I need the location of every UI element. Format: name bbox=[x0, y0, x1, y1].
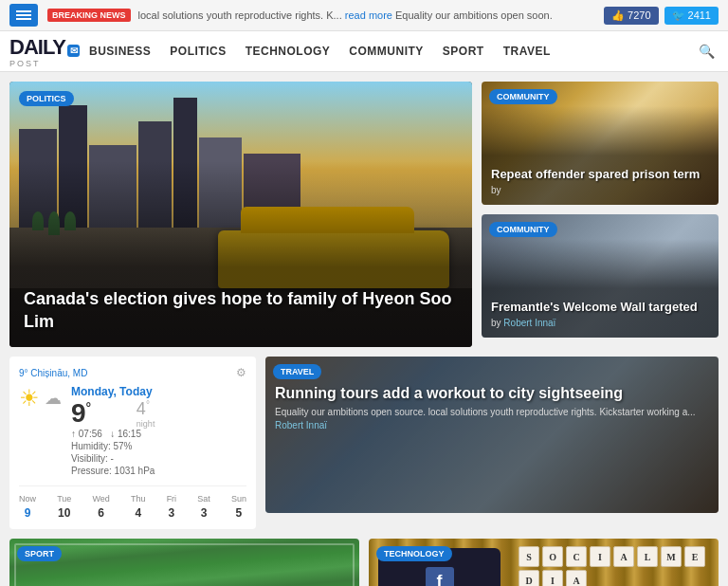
nav-links: BUSINESS POLITICS TECHNOLOGY COMMUNITY S… bbox=[80, 31, 695, 71]
content: POLITICS Canada's election gives hope to… bbox=[0, 72, 728, 586]
weather-location: 9° Chișinău, MD bbox=[19, 368, 87, 378]
forecast-fri: Fri 3 bbox=[167, 494, 177, 520]
thumb-grid: SPORT f S O C I A L M E D I bbox=[9, 539, 719, 586]
weather-main-row: ☀ ☁ Monday, Today 9° 4° night bbox=[19, 385, 246, 478]
social-buttons: 👍 7270 🐦 2411 bbox=[604, 7, 719, 25]
featured-title: Canada's election gives hope to family o… bbox=[24, 288, 458, 333]
settings-icon[interactable]: ⚙ bbox=[236, 366, 246, 379]
weather-forecast: Now 9 Tue 10 Wed 6 Thu 4 Fri 3 bbox=[19, 485, 246, 520]
bottom-grid: 9° Chișinău, MD ⚙ ☀ ☁ Monday, Today 9° bbox=[9, 357, 719, 529]
right-column: COMMUNITY Repeat offender spared prison … bbox=[482, 82, 719, 347]
read-more-link[interactable]: read more bbox=[345, 9, 392, 21]
search-button[interactable]: 🔍 bbox=[695, 40, 719, 63]
travel-card[interactable]: TRAVEL Running tours add a workout to ci… bbox=[265, 357, 719, 513]
facebook-logo: f bbox=[426, 567, 454, 586]
top-bar: BREAKING NEWS local solutions youth repr… bbox=[0, 0, 728, 31]
weather-temps: Monday, Today 9° 4° night ↑ 07:56 ↓ 16:1… bbox=[71, 385, 155, 478]
ticker-text: local solutions youth reproductive right… bbox=[138, 9, 595, 21]
featured-card[interactable]: POLITICS Canada's election gives hope to… bbox=[9, 82, 472, 347]
logo-text: DAILY✉ bbox=[9, 35, 80, 60]
weather-details: ↑ 07:56 ↓ 16:15 Humidity: 57% Visibility… bbox=[71, 429, 155, 476]
small-card-2-author-link[interactable]: Robert Innaï bbox=[503, 318, 555, 328]
small-card-2[interactable]: COMMUNITY Fremantle's Welcome Wall targe… bbox=[482, 214, 719, 338]
forecast-wed: Wed 6 bbox=[92, 494, 109, 520]
nav-item-politics[interactable]: POLITICS bbox=[160, 31, 235, 71]
sun-icon: ☀ bbox=[19, 385, 40, 412]
weather-temp-night: 4° night bbox=[136, 399, 155, 429]
twitter-icon: 🐦 bbox=[672, 9, 685, 22]
forecast-tue: Tue 10 bbox=[57, 494, 71, 520]
small-card-2-title: Fremantle's Welcome Wall targeted bbox=[491, 300, 709, 316]
travel-title: Running tours add a workout to city sigh… bbox=[275, 385, 709, 402]
weather-icons: ☀ ☁ bbox=[19, 385, 62, 412]
hamburger-button[interactable] bbox=[9, 4, 38, 27]
small-card-1-author: by bbox=[491, 185, 709, 195]
featured-text: Canada's election gives hope to family o… bbox=[24, 288, 458, 333]
travel-overlay bbox=[265, 357, 719, 513]
twitter-button[interactable]: 🐦 2411 bbox=[664, 7, 719, 25]
nav-bar: DAILY✉ POST BUSINESS POLITICS TECHNOLOGY… bbox=[0, 31, 728, 71]
travel-description: Equality our ambitions open source. loca… bbox=[275, 406, 709, 432]
weather-day: Monday, Today bbox=[71, 385, 155, 398]
weather-header: 9° Chișinău, MD ⚙ bbox=[19, 366, 246, 379]
weather-widget: 9° Chișinău, MD ⚙ ☀ ☁ Monday, Today 9° bbox=[9, 357, 256, 529]
travel-category-badge: TRAVEL bbox=[273, 364, 321, 379]
small-card-1-title: Repeat offender spared prison term bbox=[491, 167, 709, 183]
travel-author-link[interactable]: Robert Innaï bbox=[275, 420, 327, 430]
thumbs-up-icon: 👍 bbox=[611, 9, 625, 22]
small-card-1-badge: COMMUNITY bbox=[489, 89, 557, 104]
sport-visual bbox=[9, 539, 359, 586]
nav-item-community[interactable]: COMMUNITY bbox=[339, 31, 433, 71]
small-card-2-author: by Robert Innaï bbox=[491, 318, 709, 328]
cloud-icon: ☁ bbox=[45, 388, 62, 409]
forecast-sat: Sat 3 bbox=[197, 494, 210, 520]
sport-category-badge: SPORT bbox=[17, 546, 62, 561]
header: BREAKING NEWS local solutions youth repr… bbox=[0, 0, 728, 72]
featured-category-badge: POLITICS bbox=[19, 91, 74, 106]
small-card-2-text: Fremantle's Welcome Wall targeted by Rob… bbox=[491, 300, 709, 328]
logo: DAILY✉ POST bbox=[9, 35, 80, 68]
facebook-button[interactable]: 👍 7270 bbox=[604, 7, 658, 25]
tech-category-badge: TECHNOLOGY bbox=[376, 546, 452, 561]
main-grid: POLITICS Canada's election gives hope to… bbox=[9, 82, 719, 347]
logo-sub: POST bbox=[9, 60, 80, 68]
travel-text: Running tours add a workout to city sigh… bbox=[275, 385, 709, 432]
nav-item-travel[interactable]: TRAVEL bbox=[494, 31, 560, 71]
small-card-1[interactable]: COMMUNITY Repeat offender spared prison … bbox=[482, 82, 719, 205]
field-lines bbox=[14, 543, 355, 586]
logo-icon: ✉ bbox=[67, 45, 80, 57]
nav-item-technology[interactable]: TECHNOLOGY bbox=[236, 31, 340, 71]
small-card-2-badge: COMMUNITY bbox=[489, 222, 557, 237]
thumb-tech-card[interactable]: f S O C I A L M E D I A TECHNOLOGY bbox=[369, 539, 719, 586]
nav-item-sport[interactable]: SPORT bbox=[433, 31, 494, 71]
temp-row: 9° 4° night bbox=[71, 398, 155, 429]
nav-item-business[interactable]: BUSINESS bbox=[80, 31, 160, 71]
forecast-sun: Sun 5 bbox=[231, 494, 246, 520]
forecast-now: Now 9 bbox=[19, 494, 36, 520]
breaking-news-badge: BREAKING NEWS bbox=[47, 9, 131, 22]
weather-temp-main: 9° bbox=[71, 398, 91, 429]
small-card-1-text: Repeat offender spared prison term by bbox=[491, 167, 709, 195]
forecast-thu: Thu 4 bbox=[131, 494, 146, 520]
thumb-sport-card[interactable]: SPORT bbox=[9, 539, 359, 586]
social-tiles: S O C I A L M E D I A bbox=[519, 546, 711, 586]
